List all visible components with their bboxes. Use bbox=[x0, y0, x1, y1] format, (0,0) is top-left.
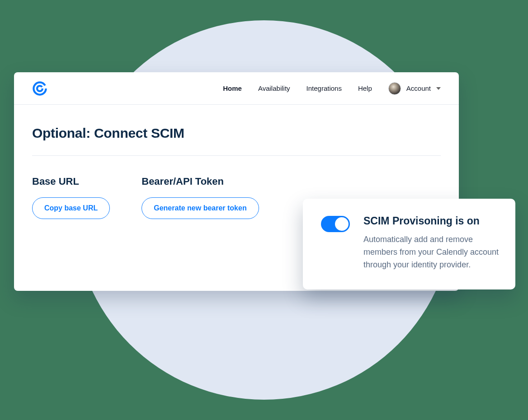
nav-integrations[interactable]: Integrations bbox=[306, 84, 342, 92]
generate-bearer-token-button[interactable]: Generate new bearer token bbox=[141, 197, 259, 219]
scim-provisioning-card: SCIM Provisoning is on Automatically add… bbox=[303, 199, 515, 289]
nav-availability[interactable]: Availability bbox=[258, 84, 290, 92]
chevron-down-icon bbox=[436, 87, 441, 90]
top-nav: Home Availability Integrations Help Acco… bbox=[14, 72, 459, 105]
avatar bbox=[388, 82, 401, 95]
base-url-heading: Base URL bbox=[32, 176, 110, 187]
page-title: Optional: Connect SCIM bbox=[32, 126, 441, 141]
svg-point-1 bbox=[37, 86, 42, 91]
base-url-section: Base URL Copy base URL bbox=[32, 176, 110, 219]
nav-help[interactable]: Help bbox=[358, 84, 372, 92]
account-label: Account bbox=[406, 84, 431, 92]
bearer-token-section: Bearer/API Token Generate new bearer tok… bbox=[141, 176, 259, 219]
calendly-logo-icon[interactable] bbox=[32, 81, 47, 96]
popup-text: SCIM Provisoning is on Automatically add… bbox=[363, 215, 500, 271]
scim-popup-title: SCIM Provisoning is on bbox=[363, 215, 500, 227]
copy-base-url-button[interactable]: Copy base URL bbox=[32, 197, 110, 219]
nav-items: Home Availability Integrations Help Acco… bbox=[223, 82, 441, 95]
bearer-token-heading: Bearer/API Token bbox=[141, 176, 259, 187]
nav-home[interactable]: Home bbox=[223, 84, 242, 92]
svg-point-0 bbox=[33, 82, 46, 94]
toggle-knob bbox=[335, 217, 349, 231]
scim-popup-description: Automatically add and remove members fro… bbox=[363, 233, 500, 271]
scim-provisioning-toggle[interactable] bbox=[321, 216, 350, 232]
divider bbox=[32, 155, 441, 156]
account-menu[interactable]: Account bbox=[388, 82, 441, 95]
